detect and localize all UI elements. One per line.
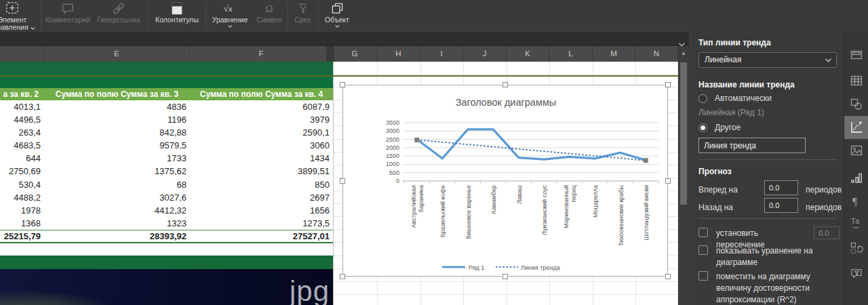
column-header-M[interactable]: M (593, 46, 635, 62)
trendline-settings-icon[interactable] (850, 121, 863, 134)
svg-text:перец: перец (570, 185, 577, 202)
chart-resize-handle[interactable] (340, 274, 345, 279)
column-header-K[interactable]: K (507, 46, 549, 62)
ribbon-button-label: Срез (294, 16, 311, 24)
column-header-L[interactable]: L (549, 46, 593, 62)
chart-resize-handle[interactable] (665, 274, 671, 279)
table-cell[interactable]: 1733 (44, 152, 190, 165)
forecast-back-input[interactable] (764, 198, 798, 213)
table-cell[interactable]: 68 (44, 178, 190, 191)
table-cell[interactable]: 3060 (190, 139, 333, 152)
radio-selected-icon (698, 123, 707, 132)
paragraph-settings-icon[interactable]: ¶ (850, 195, 863, 208)
table-cell[interactable]: 3027,6 (44, 191, 190, 204)
column-header-I[interactable]: I (420, 46, 463, 62)
formula-bar[interactable] (0, 33, 689, 46)
column-header-J[interactable]: J (463, 46, 507, 62)
table-cell[interactable]: 28393,92 (44, 230, 190, 242)
worksheet[interactable]: EFGHIJKLMN а за кв. 2 Сумма по полю Сумм… (0, 46, 678, 305)
trendline-type-dropdown[interactable]: Линейная (698, 52, 837, 68)
table-cell[interactable]: 4496,5 (0, 113, 44, 126)
table-cell[interactable]: 9579,5 (44, 139, 190, 152)
svg-text:2500: 2500 (386, 136, 399, 143)
column-header-G[interactable]: G (333, 46, 377, 62)
forecast-back-label: Назад на (698, 200, 733, 215)
ribbon-button-hyperlink[interactable]: Гиперссылка (94, 0, 144, 33)
chart-resize-handle[interactable] (502, 274, 508, 279)
table-cell[interactable]: 842,88 (44, 126, 190, 139)
column-headers: EFGHIJKLMN (0, 46, 678, 62)
table-total-row: 25215,7928393,9227527,01 (0, 230, 333, 243)
scroll-up-icon[interactable]: ▲ (678, 46, 689, 60)
chart-settings-icon[interactable] (850, 171, 863, 185)
table-cell[interactable]: 644 (0, 152, 44, 165)
radio-custom[interactable]: Другое (698, 123, 741, 132)
ribbon-button-label: Уравнение (212, 16, 248, 24)
cell-settings-icon[interactable] (850, 48, 863, 62)
table-cell[interactable]: 1434 (190, 152, 333, 165)
chart-resize-handle[interactable] (665, 82, 671, 87)
column-header-F[interactable]: F (190, 46, 333, 62)
ribbon-button-label: Колонтитулы (155, 16, 199, 24)
column-header-E[interactable]: E (44, 46, 190, 62)
chart-resize-handle[interactable] (502, 82, 508, 87)
ribbon-button-control-element[interactable]: Элемент управления (0, 0, 41, 33)
table-cell[interactable]: 3979 (190, 113, 333, 126)
table-cell[interactable]: 3899,51 (190, 165, 333, 178)
table-cell[interactable]: 4412,32 (44, 204, 190, 217)
table-cell[interactable]: 6087,9 (190, 100, 333, 113)
table-cell[interactable]: 4488,2 (0, 191, 44, 204)
table-cell[interactable]: 4836 (44, 100, 190, 113)
scrollbar-thumb[interactable] (680, 62, 687, 205)
embedded-image[interactable]: jpg (0, 269, 333, 305)
table-cell[interactable]: 850 (190, 178, 333, 191)
table-settings-icon[interactable] (850, 74, 863, 87)
comment-settings-icon[interactable] (850, 267, 863, 281)
intercept-value-input[interactable] (814, 226, 840, 239)
slicer-settings-icon[interactable] (850, 241, 863, 255)
table-header-row: а за кв. 2 Сумма по полю Сумма за кв. 3 … (0, 88, 333, 100)
table-cell[interactable]: 263,4 (0, 126, 44, 139)
table-cell[interactable]: 530,4 (0, 178, 44, 191)
column-header-N[interactable]: N (635, 46, 678, 62)
ribbon-button-comment[interactable]: Комментарий (42, 0, 94, 33)
table-cell[interactable]: 1323 (44, 217, 190, 230)
checkbox-show-equation[interactable]: показывать уравнение на диаграмме (698, 245, 823, 268)
forecast-forward-input[interactable] (764, 180, 798, 195)
checkbox-show-r-squared[interactable]: поместить на диаграмму величину достовер… (698, 271, 823, 305)
table-cell[interactable]: 2750,69 (0, 165, 44, 178)
chart-object[interactable]: Заголовок диаграммы050010001500200025003… (342, 85, 668, 277)
ribbon-button-symbol[interactable]: Ω Символ (253, 0, 285, 33)
table-cell[interactable]: 1196 (44, 113, 190, 126)
ribbon-button-slicer[interactable]: Срез (290, 0, 315, 33)
vertical-scrollbar[interactable]: ▲ (678, 46, 689, 305)
table-cell[interactable]: 25215,79 (0, 230, 44, 242)
table-cell[interactable]: 2590,1 (190, 126, 333, 139)
radio-automatic[interactable]: Автоматически (698, 94, 772, 103)
table-cell[interactable]: 1978 (0, 204, 44, 217)
ribbon-button-header-footer[interactable]: Колонтитулы (151, 0, 203, 33)
column-header-partial[interactable] (0, 46, 44, 62)
trendline-format-pane: Тип линии тренда Линейная Название линии… (689, 33, 844, 305)
table-cell[interactable]: 27527,01 (190, 230, 333, 242)
empty-row (0, 243, 333, 256)
trendline-name-input[interactable] (698, 138, 806, 153)
table-cell[interactable]: 1368 (0, 217, 44, 230)
table-cell[interactable]: 2697 (190, 191, 333, 204)
table-cell[interactable]: 4013,1 (0, 100, 44, 113)
column-header-H[interactable]: H (377, 46, 420, 62)
chart-resize-handle[interactable] (340, 178, 345, 184)
table-cell[interactable]: 1656 (190, 204, 333, 217)
chart-resize-handle[interactable] (340, 82, 345, 87)
table-cell[interactable]: 1375,62 (44, 165, 190, 178)
table-cell[interactable]: 1273,5 (190, 217, 333, 230)
svg-text:Бразильский кофе: Бразильский кофе (439, 185, 446, 237)
image-settings-icon[interactable] (850, 144, 863, 157)
table-body: 4013,148366087,94496,511963979263,4842,8… (0, 100, 333, 230)
shape-settings-icon[interactable] (850, 98, 863, 111)
chart-resize-handle[interactable] (665, 178, 671, 184)
table-cell[interactable]: 4683,5 (0, 139, 44, 152)
ribbon-button-object[interactable]: Объект (321, 0, 353, 33)
text-art-settings-icon[interactable]: Та (850, 216, 863, 230)
ribbon-button-equation[interactable]: √x Уравнение (208, 0, 252, 33)
